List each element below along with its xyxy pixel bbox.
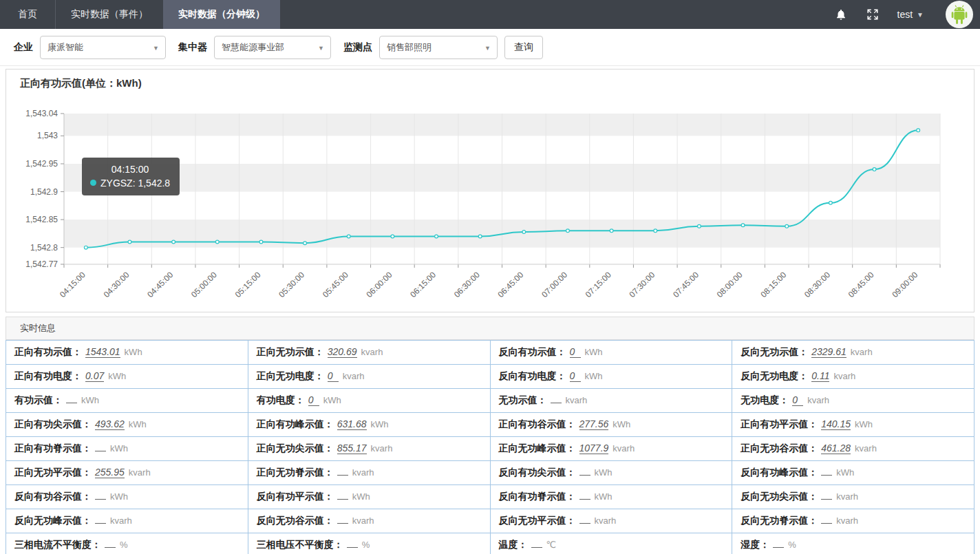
point-label: 监测点	[343, 41, 372, 54]
info-value[interactable]: 320.69	[328, 347, 357, 358]
chart-card: 正向有功示值(单位：kWh) 1,542.771,542.81,542.851,…	[6, 69, 974, 312]
nav-right-area: test ▼	[834, 0, 980, 29]
info-value[interactable]	[337, 499, 348, 500]
info-value[interactable]: 461.28	[821, 443, 851, 454]
info-value[interactable]: 493.62	[95, 419, 125, 430]
info-value[interactable]: 855.17	[337, 443, 367, 454]
info-value[interactable]	[95, 499, 106, 500]
tab-realtime-event[interactable]: 实时数据（事件）	[55, 0, 163, 29]
info-value[interactable]	[579, 499, 590, 500]
info-cell: 正向无功尖示值：855.17kvarh	[248, 437, 490, 461]
tab-realtime-minute[interactable]: 实时数据（分钟级）	[163, 0, 280, 29]
info-label: 温度：	[499, 539, 528, 550]
info-value[interactable]: 2329.61	[811, 347, 846, 358]
tab-home[interactable]: 首页	[0, 0, 55, 29]
info-unit: kvarh	[566, 395, 588, 405]
info-value[interactable]: 0	[570, 347, 581, 358]
info-value[interactable]: 0	[328, 371, 339, 382]
info-cell: 反向无功平示值：kvarh	[490, 509, 732, 533]
android-avatar[interactable]	[946, 1, 973, 28]
info-cell: 正向有功电度：0.07kWh	[6, 365, 248, 389]
info-value[interactable]	[551, 403, 562, 403]
svg-text:1,543: 1,543	[37, 131, 58, 140]
info-label: 正向有功电度：	[14, 370, 82, 381]
info-value[interactable]	[579, 475, 590, 476]
info-value[interactable]	[531, 547, 542, 548]
svg-text:1,543.04: 1,543.04	[25, 109, 58, 118]
info-value[interactable]: 0	[308, 395, 319, 406]
info-cell: 温度：℃	[490, 533, 732, 554]
info-value[interactable]	[821, 499, 832, 500]
info-value[interactable]: 277.56	[579, 419, 609, 430]
svg-text:09:00:00: 09:00:00	[890, 270, 919, 298]
enterprise-select[interactable]: 康派智能 ▼	[40, 36, 166, 59]
table-row: 正向有功示值：1543.01kWh正向无功示值：320.69kvarh反向有功示…	[6, 341, 974, 365]
info-unit: kWh	[585, 371, 603, 381]
info-cell: 湿度：%	[732, 533, 974, 554]
info-unit: kWh	[595, 467, 612, 478]
info-value[interactable]: 255.95	[95, 467, 125, 478]
info-value[interactable]	[337, 523, 348, 524]
info-value[interactable]	[95, 523, 106, 524]
info-label: 反向无功谷示值：	[257, 515, 334, 526]
line-chart[interactable]: 1,542.771,542.81,542.851,542.91,542.951,…	[6, 92, 974, 298]
info-unit: kvarh	[129, 467, 151, 478]
info-value[interactable]	[337, 475, 348, 476]
svg-text:07:45:00: 07:45:00	[671, 270, 701, 298]
info-cell: 正向无功平示值：255.95kvarh	[6, 461, 248, 485]
info-cell: 正向无功电度：0kvarh	[248, 365, 490, 389]
info-value[interactable]: 1077.9	[579, 443, 609, 454]
info-unit: kvarh	[352, 467, 374, 478]
user-menu[interactable]: test ▼	[897, 9, 924, 20]
info-value[interactable]	[66, 403, 77, 403]
bell-icon[interactable]	[834, 8, 848, 21]
info-label: 正向无功平示值：	[14, 467, 92, 478]
info-label: 反向有功峰示值：	[741, 467, 818, 478]
info-unit: kvarh	[833, 371, 855, 381]
info-cell: 正向无功示值：320.69kvarh	[248, 341, 490, 365]
info-value[interactable]: 1543.01	[85, 347, 120, 358]
info-cell: 正向有功平示值：140.15kWh	[732, 413, 974, 437]
info-unit: kvarh	[595, 515, 617, 526]
info-value[interactable]	[821, 475, 832, 476]
point-select[interactable]: 销售部照明 ▼	[379, 36, 498, 59]
info-value[interactable]: 140.15	[821, 419, 851, 430]
table-row: 反向无功峰示值：kvarh反向无功谷示值：kvarh反向无功平示值：kvarh反…	[6, 509, 974, 533]
info-label: 有功示值：	[14, 394, 63, 405]
info-value[interactable]	[347, 547, 358, 548]
svg-text:07:30:00: 07:30:00	[627, 270, 657, 298]
table-row: 正向有功尖示值：493.62kWh正向有功峰示值：631.68kWh正向有功谷示…	[6, 413, 974, 437]
info-value[interactable]: 0	[792, 395, 803, 406]
fullscreen-icon[interactable]	[866, 8, 880, 21]
info-value[interactable]	[773, 547, 784, 548]
info-label: 正向有功脊示值：	[14, 443, 92, 454]
info-label: 有功电度：	[257, 394, 305, 405]
info-unit: kWh	[81, 395, 99, 405]
info-value[interactable]	[105, 547, 116, 548]
info-unit: kvarh	[361, 347, 383, 357]
info-cell: 正向有功峰示值：631.68kWh	[248, 413, 490, 437]
info-value[interactable]	[579, 523, 590, 524]
concentrator-select[interactable]: 智慧能源事业部 ▼	[214, 36, 331, 59]
info-cell: 反向无功尖示值：kvarh	[732, 485, 974, 509]
info-unit: kWh	[323, 395, 341, 405]
svg-text:1,542.77: 1,542.77	[25, 259, 58, 269]
svg-text:06:00:00: 06:00:00	[365, 270, 394, 298]
chevron-down-icon: ▼	[318, 45, 324, 52]
query-button[interactable]: 查询	[504, 36, 543, 59]
chevron-down-icon: ▼	[484, 45, 491, 52]
info-cell: 反向无功示值：2329.61kvarh	[732, 341, 974, 365]
info-unit: kWh	[836, 467, 854, 478]
info-label: 正向无功示值：	[257, 346, 324, 357]
info-value[interactable]: 0	[570, 371, 581, 382]
svg-text:06:45:00: 06:45:00	[496, 270, 526, 298]
svg-text:05:30:00: 05:30:00	[277, 270, 306, 298]
svg-text:08:45:00: 08:45:00	[846, 270, 876, 298]
info-value[interactable]	[95, 451, 106, 451]
info-value[interactable]: 0.11	[811, 371, 829, 382]
realtime-panel-title: 实时信息	[6, 317, 974, 340]
info-label: 反向有功示值：	[499, 346, 566, 357]
info-value[interactable]: 631.68	[337, 419, 367, 430]
info-value[interactable]	[821, 523, 832, 524]
info-value[interactable]: 0.07	[85, 371, 104, 382]
